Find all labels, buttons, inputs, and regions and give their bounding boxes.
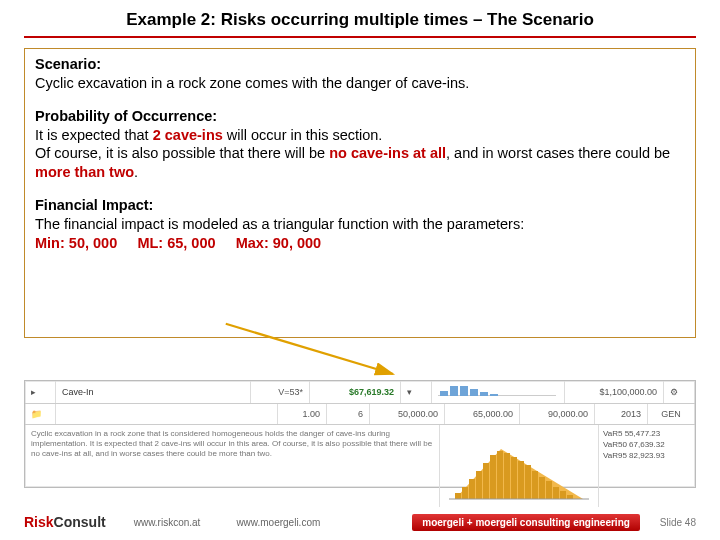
param-max: 90,000.00: [520, 404, 595, 424]
scenario-text: Cyclic excavation in a rock zone comes w…: [35, 74, 685, 93]
svg-rect-13: [483, 463, 489, 499]
svg-rect-22: [546, 481, 552, 499]
slide-title: Example 2: Risks occurring multiple time…: [0, 10, 720, 30]
moergeli-badge: moergeli + moergeli consulting engineeri…: [412, 514, 640, 531]
risk-name-cell: Cave-In: [56, 381, 251, 403]
value-max: 90, 000: [273, 235, 321, 251]
param-a: 1.00: [278, 404, 327, 424]
label-ml: ML:: [137, 235, 163, 251]
param-year: 2013: [595, 404, 648, 424]
param-ml: 65,000.00: [445, 404, 520, 424]
text: Of course, it is also possible that ther…: [35, 145, 329, 161]
svg-rect-20: [532, 471, 538, 499]
mean-chevron-icon[interactable]: ▾: [401, 381, 432, 403]
svg-rect-6: [480, 392, 488, 396]
logo-riskconsult: RiskConsult: [24, 514, 106, 530]
svg-rect-5: [470, 389, 478, 396]
param-b: 6: [327, 404, 370, 424]
svg-rect-19: [525, 465, 531, 499]
param-gen: GEN: [648, 404, 695, 424]
svg-rect-16: [504, 453, 510, 499]
app-screenshot: ▸ Cave-In V=53* $67,619.32 ▾ $1,100,000.…: [24, 380, 696, 488]
mean-value: $67,619.32: [310, 381, 401, 403]
var-panel: VaR5 55,477.23 VaR50 67,639.32 VaR95 82,…: [599, 425, 695, 507]
app-header-row: ▸ Cave-In V=53* $67,619.32 ▾ $1,100,000.…: [25, 381, 695, 404]
app-params-row: 📁 1.00 6 50,000.00 65,000.00 90,000.00 2…: [25, 404, 695, 425]
text: It is expected that: [35, 127, 153, 143]
svg-rect-7: [490, 394, 498, 396]
right-money: $1,100,000.00: [565, 381, 664, 403]
scenario-heading: Scenario:: [35, 56, 101, 72]
financial-heading: Financial Impact:: [35, 197, 153, 213]
svg-rect-4: [460, 386, 468, 396]
probability-line1: It is expected that 2 cave-ins will occu…: [35, 126, 685, 145]
value-min: 50, 000: [69, 235, 117, 251]
footer-link-2[interactable]: www.moergeli.com: [236, 517, 320, 528]
title-underline: [24, 36, 696, 38]
financial-text: The financial impact is modeled as a tri…: [35, 215, 685, 234]
svg-rect-25: [567, 495, 573, 499]
probability-heading: Probability of Occurrence:: [35, 108, 217, 124]
svg-rect-21: [539, 477, 545, 499]
highlight-2-caveins: 2 cave-ins: [153, 127, 223, 143]
risk-description: Cyclic excavation in a rock zone that is…: [25, 425, 440, 507]
footer-link-1[interactable]: www.riskcon.at: [134, 517, 201, 528]
text: will occur in this section.: [223, 127, 383, 143]
var95: VaR95 82,923.93: [603, 451, 691, 462]
value-ml: 65, 000: [167, 235, 215, 251]
var50: VaR50 67,639.32: [603, 440, 691, 451]
svg-rect-18: [518, 461, 524, 499]
expand-icon[interactable]: ▸: [25, 381, 56, 403]
logo-part-b: Consult: [54, 514, 106, 530]
financial-params: Min: 50, 000 ML: 65, 000 Max: 90, 000: [35, 234, 685, 253]
var5: VaR5 55,477.23: [603, 429, 691, 440]
param-min: 50,000.00: [370, 404, 445, 424]
label-max: Max:: [236, 235, 269, 251]
svg-rect-3: [450, 386, 458, 396]
svg-rect-23: [553, 487, 559, 499]
v-label: V=53*: [251, 381, 310, 403]
svg-rect-9: [455, 493, 461, 499]
footer: RiskConsult www.riskcon.at www.moergeli.…: [24, 512, 696, 532]
text: .: [134, 164, 138, 180]
spacer: [56, 404, 278, 424]
text: , and in worst cases there could be: [446, 145, 670, 161]
svg-rect-11: [469, 479, 475, 499]
logo-part-a: Risk: [24, 514, 54, 530]
svg-rect-17: [511, 457, 517, 499]
svg-rect-2: [440, 391, 448, 396]
gear-icon[interactable]: ⚙: [664, 381, 695, 403]
svg-rect-14: [490, 455, 496, 499]
svg-rect-10: [462, 487, 468, 499]
svg-rect-24: [560, 491, 566, 499]
app-body-row: Cyclic excavation in a rock zone that is…: [25, 425, 695, 507]
svg-rect-12: [476, 471, 482, 499]
row-icon: 📁: [25, 404, 56, 424]
label-min: Min:: [35, 235, 65, 251]
highlight-more-than-two: more than two: [35, 164, 134, 180]
triangular-chart: [440, 425, 599, 507]
scenario-box: Scenario: Cyclic excavation in a rock zo…: [24, 48, 696, 338]
slide-number: Slide 48: [660, 517, 696, 528]
highlight-no-caveins: no cave-ins at all: [329, 145, 446, 161]
sparkline: [432, 381, 565, 403]
svg-rect-15: [497, 451, 503, 499]
probability-line2: Of course, it is also possible that ther…: [35, 144, 685, 182]
